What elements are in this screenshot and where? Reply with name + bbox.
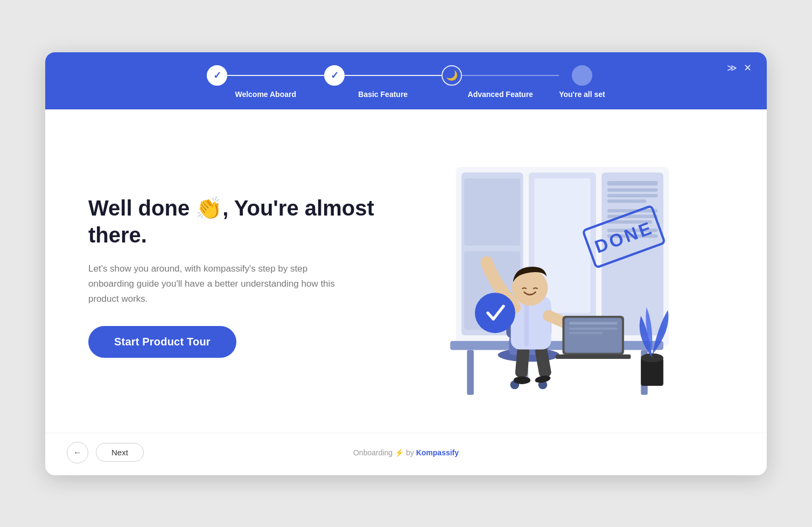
dot-allset [578,72,586,79]
connector-3 [462,75,559,76]
svg-rect-10 [607,199,647,203]
close-button[interactable]: ✕ [744,63,752,73]
svg-rect-36 [569,322,618,324]
svg-rect-2 [464,178,520,245]
connector-1 [227,75,324,76]
svg-rect-39 [556,354,631,358]
footer-nav: ← Next [67,442,144,463]
illustration-svg: DONE [422,155,691,398]
svg-point-29 [514,376,530,384]
step-welcome: ✓ Welcome Aboard [207,65,324,99]
step-circle-advanced: 🌙 [442,65,462,86]
step-basic: ✓ Basic Feature [324,65,442,99]
step-circle-welcome: ✓ [207,65,227,86]
step-circle-allset [572,65,592,86]
svg-rect-38 [569,332,603,334]
check-icon-welcome: ✓ [213,70,221,81]
svg-rect-19 [467,350,474,394]
svg-rect-8 [607,188,658,191]
moon-icon-advanced: 🌙 [446,70,458,81]
header-controls: ≫ ✕ [727,63,752,73]
svg-point-40 [475,293,515,333]
start-tour-button[interactable]: Start Product Tour [88,326,236,358]
back-button[interactable]: ← [67,442,88,463]
subtitle: Let's show you around, with kompassify's… [88,261,347,307]
brand-name: Kompassify [416,448,459,457]
footer: ← Next Onboarding ⚡ by Kompassify [45,433,767,475]
collapse-button[interactable]: ≫ [727,63,737,73]
main-title: Well done 👏, You're almost there. [88,195,390,248]
svg-rect-18 [450,341,663,350]
footer-brand: Onboarding ⚡ by Kompassify [353,448,459,457]
svg-point-42 [641,353,663,362]
step-label-allset: You're all set [559,90,605,99]
step-label-advanced: Advanced Feature [468,90,533,99]
svg-rect-7 [607,181,658,185]
step-allset: You're all set [559,65,605,99]
onboarding-modal: ≫ ✕ ✓ Welcome Aboard ✓ [45,52,767,475]
step-circle-basic: ✓ [324,65,345,86]
left-content: Well done 👏, You're almost there. Let's … [88,195,390,358]
brand-text: Onboarding ⚡ by [353,448,414,457]
svg-rect-32 [524,299,529,346]
connector-2 [345,75,442,76]
body: Well done 👏, You're almost there. Let's … [45,109,767,433]
svg-rect-37 [569,327,618,329]
header: ≫ ✕ ✓ Welcome Aboard ✓ [45,52,767,109]
step-label-basic: Basic Feature [358,90,408,99]
step-advanced: 🌙 Advanced Feature [442,65,559,99]
illustration: DONE [422,155,691,398]
svg-rect-12 [607,214,658,218]
svg-rect-9 [607,193,658,197]
next-button[interactable]: Next [96,443,144,462]
step-label-welcome: Welcome Aboard [235,90,296,99]
back-arrow-icon: ← [73,448,82,457]
progress-track: ✓ Welcome Aboard ✓ Basic Feature [62,65,750,99]
check-icon-basic: ✓ [331,70,339,81]
